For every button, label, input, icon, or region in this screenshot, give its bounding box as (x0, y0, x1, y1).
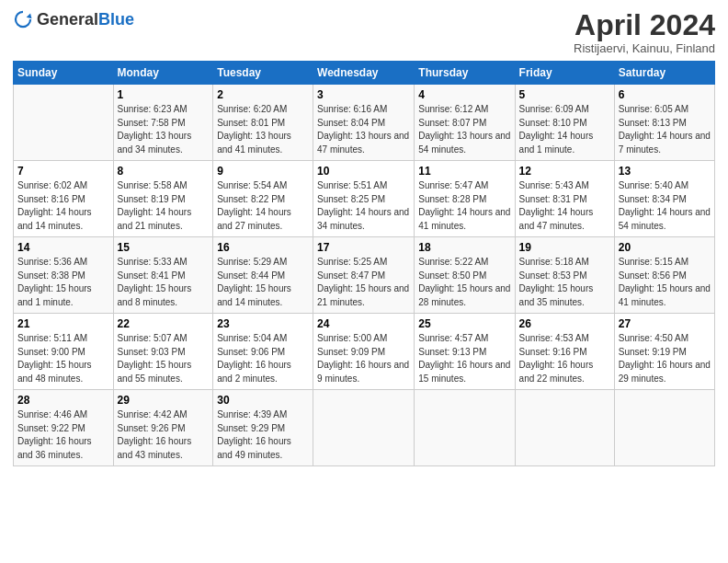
calendar-cell: 9 Sunrise: 5:54 AMSunset: 8:22 PMDayligh… (213, 161, 313, 237)
title-block: April 2024 Ristijaervi, Kainuu, Finland (574, 9, 715, 55)
col-saturday: Saturday (614, 62, 714, 85)
logo: GeneralBlue (13, 9, 134, 29)
day-number: 6 (619, 88, 711, 101)
col-tuesday: Tuesday (213, 62, 313, 85)
calendar-cell: 2 Sunrise: 6:20 AMSunset: 8:01 PMDayligh… (213, 85, 313, 161)
calendar-cell: 19 Sunrise: 5:18 AMSunset: 8:53 PMDaylig… (515, 237, 614, 314)
day-number: 1 (118, 88, 210, 101)
calendar-cell: 1 Sunrise: 6:23 AMSunset: 7:58 PMDayligh… (113, 85, 213, 161)
calendar-cell: 21 Sunrise: 5:11 AMSunset: 9:00 PMDaylig… (14, 314, 114, 390)
day-info: Sunrise: 5:11 AMSunset: 9:00 PMDaylight:… (17, 333, 92, 384)
day-info: Sunrise: 5:33 AMSunset: 8:41 PMDaylight:… (118, 257, 192, 307)
day-number: 7 (17, 165, 109, 178)
day-info: Sunrise: 6:09 AMSunset: 8:10 PMDaylight:… (519, 104, 594, 155)
calendar-cell: 22 Sunrise: 5:07 AMSunset: 9:03 PMDaylig… (113, 314, 213, 390)
day-number: 5 (519, 88, 610, 101)
svg-marker-0 (27, 13, 32, 18)
day-number: 16 (217, 241, 309, 254)
day-number: 23 (217, 317, 309, 330)
day-number: 3 (317, 88, 410, 101)
day-info: Sunrise: 5:51 AMSunset: 8:25 PMDaylight:… (317, 180, 409, 231)
day-info: Sunrise: 5:36 AMSunset: 8:38 PMDaylight:… (17, 257, 92, 307)
calendar-cell (515, 390, 614, 466)
calendar-cell: 16 Sunrise: 5:29 AMSunset: 8:44 PMDaylig… (213, 237, 313, 314)
calendar-cell: 27 Sunrise: 4:50 AMSunset: 9:19 PMDaylig… (614, 314, 714, 390)
day-number: 11 (418, 165, 510, 178)
col-friday: Friday (515, 62, 614, 85)
col-sunday: Sunday (14, 62, 114, 85)
day-info: Sunrise: 4:53 AMSunset: 9:16 PMDaylight:… (519, 333, 594, 384)
calendar-cell: 5 Sunrise: 6:09 AMSunset: 8:10 PMDayligh… (515, 85, 614, 161)
day-info: Sunrise: 5:15 AMSunset: 8:56 PMDaylight:… (619, 257, 711, 307)
day-number: 14 (17, 241, 109, 254)
day-number: 28 (17, 394, 109, 407)
day-number: 21 (17, 317, 109, 330)
calendar-cell: 3 Sunrise: 6:16 AMSunset: 8:04 PMDayligh… (313, 85, 415, 161)
day-number: 4 (418, 88, 510, 101)
week-row-4: 21 Sunrise: 5:11 AMSunset: 9:00 PMDaylig… (14, 314, 715, 390)
header: GeneralBlue April 2024 Ristijaervi, Kain… (13, 9, 715, 55)
logo-general: General (37, 10, 98, 29)
day-info: Sunrise: 4:46 AMSunset: 9:22 PMDaylight:… (17, 409, 92, 460)
logo-text: GeneralBlue (37, 11, 134, 29)
calendar-cell: 24 Sunrise: 5:00 AMSunset: 9:09 PMDaylig… (313, 314, 415, 390)
calendar-cell: 28 Sunrise: 4:46 AMSunset: 9:22 PMDaylig… (14, 390, 114, 466)
day-number: 24 (317, 317, 410, 330)
day-info: Sunrise: 4:39 AMSunset: 9:29 PMDaylight:… (217, 409, 291, 460)
calendar-cell: 10 Sunrise: 5:51 AMSunset: 8:25 PMDaylig… (313, 161, 415, 237)
day-info: Sunrise: 6:12 AMSunset: 8:07 PMDaylight:… (418, 104, 510, 155)
day-info: Sunrise: 6:02 AMSunset: 8:16 PMDaylight:… (17, 180, 92, 231)
day-number: 10 (317, 165, 410, 178)
calendar-cell: 30 Sunrise: 4:39 AMSunset: 9:29 PMDaylig… (213, 390, 313, 466)
day-number: 2 (217, 88, 309, 101)
subtitle: Ristijaervi, Kainuu, Finland (574, 41, 715, 55)
header-row: Sunday Monday Tuesday Wednesday Thursday… (14, 62, 715, 85)
col-wednesday: Wednesday (313, 62, 415, 85)
day-info: Sunrise: 5:22 AMSunset: 8:50 PMDaylight:… (418, 257, 510, 307)
calendar-cell: 11 Sunrise: 5:47 AMSunset: 8:28 PMDaylig… (415, 161, 515, 237)
day-info: Sunrise: 4:57 AMSunset: 9:13 PMDaylight:… (418, 333, 510, 384)
main-title: April 2024 (574, 9, 715, 41)
day-info: Sunrise: 5:47 AMSunset: 8:28 PMDaylight:… (418, 180, 510, 231)
day-number: 9 (217, 165, 309, 178)
calendar-cell: 6 Sunrise: 6:05 AMSunset: 8:13 PMDayligh… (614, 85, 714, 161)
day-info: Sunrise: 5:07 AMSunset: 9:03 PMDaylight:… (118, 333, 192, 384)
week-row-5: 28 Sunrise: 4:46 AMSunset: 9:22 PMDaylig… (14, 390, 715, 466)
day-number: 30 (217, 394, 309, 407)
calendar-cell: 4 Sunrise: 6:12 AMSunset: 8:07 PMDayligh… (415, 85, 515, 161)
day-info: Sunrise: 5:00 AMSunset: 9:09 PMDaylight:… (317, 333, 409, 384)
day-number: 8 (118, 165, 210, 178)
calendar-cell (14, 85, 114, 161)
calendar-cell: 8 Sunrise: 5:58 AMSunset: 8:19 PMDayligh… (113, 161, 213, 237)
calendar-cell: 23 Sunrise: 5:04 AMSunset: 9:06 PMDaylig… (213, 314, 313, 390)
day-number: 20 (619, 241, 711, 254)
calendar-cell: 17 Sunrise: 5:25 AMSunset: 8:47 PMDaylig… (313, 237, 415, 314)
day-number: 13 (619, 165, 711, 178)
calendar-cell: 13 Sunrise: 5:40 AMSunset: 8:34 PMDaylig… (614, 161, 714, 237)
calendar-cell: 20 Sunrise: 5:15 AMSunset: 8:56 PMDaylig… (614, 237, 714, 314)
calendar-cell: 26 Sunrise: 4:53 AMSunset: 9:16 PMDaylig… (515, 314, 614, 390)
calendar-cell: 18 Sunrise: 5:22 AMSunset: 8:50 PMDaylig… (415, 237, 515, 314)
day-info: Sunrise: 5:54 AMSunset: 8:22 PMDaylight:… (217, 180, 291, 231)
day-info: Sunrise: 5:40 AMSunset: 8:34 PMDaylight:… (619, 180, 711, 231)
week-row-1: 1 Sunrise: 6:23 AMSunset: 7:58 PMDayligh… (14, 85, 715, 161)
day-number: 12 (519, 165, 610, 178)
day-number: 27 (619, 317, 711, 330)
calendar-cell: 7 Sunrise: 6:02 AMSunset: 8:16 PMDayligh… (14, 161, 114, 237)
day-info: Sunrise: 5:18 AMSunset: 8:53 PMDaylight:… (519, 257, 594, 307)
calendar-cell: 25 Sunrise: 4:57 AMSunset: 9:13 PMDaylig… (415, 314, 515, 390)
calendar-cell (313, 390, 415, 466)
day-number: 17 (317, 241, 410, 254)
day-number: 18 (418, 241, 510, 254)
col-thursday: Thursday (415, 62, 515, 85)
day-number: 22 (118, 317, 210, 330)
day-number: 26 (519, 317, 610, 330)
day-info: Sunrise: 5:58 AMSunset: 8:19 PMDaylight:… (118, 180, 192, 231)
logo-blue: Blue (98, 10, 134, 29)
logo-icon (13, 9, 33, 29)
calendar-cell: 15 Sunrise: 5:33 AMSunset: 8:41 PMDaylig… (113, 237, 213, 314)
day-number: 15 (118, 241, 210, 254)
calendar-cell (415, 390, 515, 466)
day-info: Sunrise: 5:29 AMSunset: 8:44 PMDaylight:… (217, 257, 291, 307)
main-container: GeneralBlue April 2024 Ristijaervi, Kain… (0, 0, 728, 474)
